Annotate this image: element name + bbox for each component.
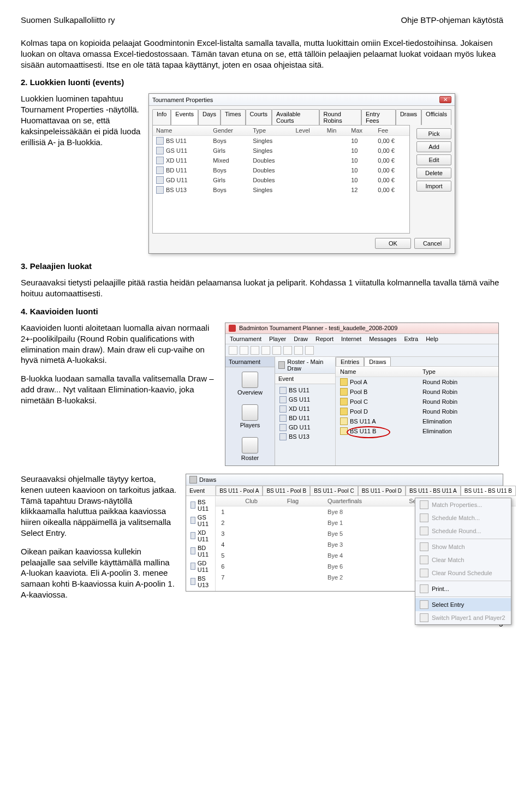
draw-row[interactable]: Pool DRound Robin xyxy=(336,407,498,416)
sidebar-item-overview[interactable]: Overview xyxy=(225,367,275,400)
event-list-item[interactable]: XD U11 xyxy=(186,528,215,544)
menu-tournament[interactable]: Tournament xyxy=(230,336,261,342)
menu-report[interactable]: Report xyxy=(315,336,334,342)
toolbar-icon[interactable] xyxy=(305,346,314,355)
players-icon xyxy=(242,404,258,421)
event-icon xyxy=(190,547,195,554)
event-list-item[interactable]: BS U11 xyxy=(186,498,215,513)
table-row[interactable]: GD U11GirlsDoubles100,00 € xyxy=(153,175,409,185)
draw-tab[interactable]: BS U11 - Pool D xyxy=(358,486,406,495)
draw-tab[interactable]: BS U11 - BS U11 A xyxy=(406,486,461,495)
event-icon xyxy=(156,137,164,145)
ctx-show-match[interactable]: Show Match xyxy=(415,540,511,553)
event-list-item[interactable]: GS U11 xyxy=(186,513,215,528)
pick-button[interactable]: Pick xyxy=(416,128,451,139)
draw-tab[interactable]: BS U11 - Pool A xyxy=(216,486,263,495)
import-button[interactable]: Import xyxy=(416,181,451,192)
cancel-button[interactable]: Cancel xyxy=(414,238,450,249)
ctx-print[interactable]: Print... xyxy=(415,582,511,595)
col-min: Min xyxy=(324,126,348,136)
toolbar-icon[interactable] xyxy=(251,346,259,355)
tab-entry-fees[interactable]: Entry Fees xyxy=(361,109,396,125)
event-icon xyxy=(190,578,195,585)
col-name: Name xyxy=(336,367,418,377)
draw-tab[interactable]: BS U11 - BS U11 B xyxy=(461,486,516,495)
col-type: Type xyxy=(418,367,498,377)
tab-events[interactable]: Events xyxy=(171,109,198,125)
event-list-item[interactable]: BD U11 xyxy=(186,544,215,559)
table-row[interactable]: BS U11BoysSingles100,00 € xyxy=(153,136,409,146)
draw-tab[interactable]: BS U11 - Pool C xyxy=(310,486,358,495)
menu-internet[interactable]: Internet xyxy=(341,336,361,342)
menu-help[interactable]: Help xyxy=(426,336,438,342)
sidebar-item-roster[interactable]: Roster xyxy=(225,433,275,465)
edit-button[interactable]: Edit xyxy=(416,154,451,165)
ctx-switch-players[interactable]: Switch Player1 and Player2 xyxy=(415,611,511,624)
toolbar-icon[interactable] xyxy=(229,346,237,355)
menu-messages[interactable]: Messages xyxy=(369,336,396,342)
event-list-item[interactable]: BS U13 xyxy=(186,574,215,589)
draw-row[interactable]: Pool BRound Robin xyxy=(336,387,498,397)
tab-courts[interactable]: Courts xyxy=(246,109,272,125)
ok-button[interactable]: OK xyxy=(375,238,411,249)
ctx-schedule-match[interactable]: Schedule Match... xyxy=(415,511,511,524)
event-icon xyxy=(156,147,164,154)
ctx-schedule-round[interactable]: Schedule Round... xyxy=(415,524,511,538)
menu-player[interactable]: Player xyxy=(269,336,286,342)
menu-draw[interactable]: Draw xyxy=(294,336,308,342)
ctx-match-properties[interactable]: Match Properties... xyxy=(415,498,511,511)
event-col-header: Event xyxy=(278,375,294,382)
table-row[interactable]: BD U11BoysDoubles100,00 € xyxy=(153,165,409,175)
toolbar-icon[interactable] xyxy=(272,346,281,355)
toolbar-icon[interactable] xyxy=(240,346,248,355)
tab-info[interactable]: Info xyxy=(152,109,171,125)
event-list-item[interactable]: BS U13 xyxy=(275,432,335,441)
menu-extra[interactable]: Extra xyxy=(404,336,418,342)
event-list-item[interactable]: XD U11 xyxy=(275,404,335,414)
toolbar-icon[interactable] xyxy=(283,346,292,355)
toolbar-icon[interactable] xyxy=(261,346,270,355)
tab-draws[interactable]: Draws xyxy=(396,109,421,125)
tab-draws[interactable]: Draws xyxy=(364,357,391,366)
event-list-item[interactable]: GD U11 xyxy=(186,559,215,574)
draw-tab[interactable]: BS U11 - Pool B xyxy=(263,486,310,495)
draw-row[interactable]: BS U11 AElimination xyxy=(336,416,498,426)
toolbar-icon[interactable] xyxy=(294,346,303,355)
event-list-item[interactable]: GS U11 xyxy=(275,395,335,404)
switch-icon xyxy=(420,613,428,622)
event-icon xyxy=(190,501,195,509)
ctx-clear-round-schedule[interactable]: Clear Round Schedule xyxy=(415,566,511,580)
close-icon[interactable]: ✕ xyxy=(439,96,451,103)
draw-row[interactable]: Pool ARound Robin xyxy=(336,377,498,387)
event-list-item[interactable]: BD U11 xyxy=(275,414,335,423)
sidebar: Tournament Overview Players Roster xyxy=(225,357,275,465)
table-row[interactable]: BS U13BoysSingles120,00 € xyxy=(153,185,409,195)
select-entry-icon xyxy=(420,600,428,609)
ctx-clear-match[interactable]: Clear Match xyxy=(415,553,511,566)
tab-entries[interactable]: Entries xyxy=(336,357,364,366)
tab-round-robins[interactable]: Round Robins xyxy=(319,109,362,125)
draws-icon xyxy=(189,476,197,483)
tab-officials[interactable]: Officials xyxy=(421,109,451,125)
add-button[interactable]: Add xyxy=(416,141,451,152)
delete-button[interactable]: Delete xyxy=(416,168,451,178)
sidebar-item-players[interactable]: Players xyxy=(225,400,275,433)
draw-row[interactable]: Pool CRound Robin xyxy=(336,397,498,407)
print-icon xyxy=(420,584,428,593)
table-row[interactable]: GS U11GirlsSingles100,00 € xyxy=(153,146,409,156)
event-col-header: Event xyxy=(189,487,205,494)
event-list-item[interactable]: BS U11 xyxy=(275,386,335,395)
event-list-item[interactable]: GD U11 xyxy=(275,423,335,432)
draw-row[interactable]: BS U11 BElimination xyxy=(336,426,498,436)
event-icon xyxy=(279,424,287,431)
tournament-properties-dialog: Tournament Properties ✕ Info Events Days… xyxy=(148,93,455,254)
tab-days[interactable]: Days xyxy=(198,109,221,125)
context-menu: Match Properties... Schedule Match... Sc… xyxy=(415,498,511,625)
ctx-select-entry[interactable]: Select Entry xyxy=(415,598,511,611)
tab-times[interactable]: Times xyxy=(221,109,246,125)
tab-available-courts[interactable]: Available Courts xyxy=(272,109,319,125)
show-icon xyxy=(420,542,428,551)
table-row[interactable]: XD U11MixedDoubles100,00 € xyxy=(153,156,409,165)
col-level: Level xyxy=(292,126,323,136)
events-table[interactable]: Name Gender Type Level Min Max Fee BS U1… xyxy=(152,125,410,234)
